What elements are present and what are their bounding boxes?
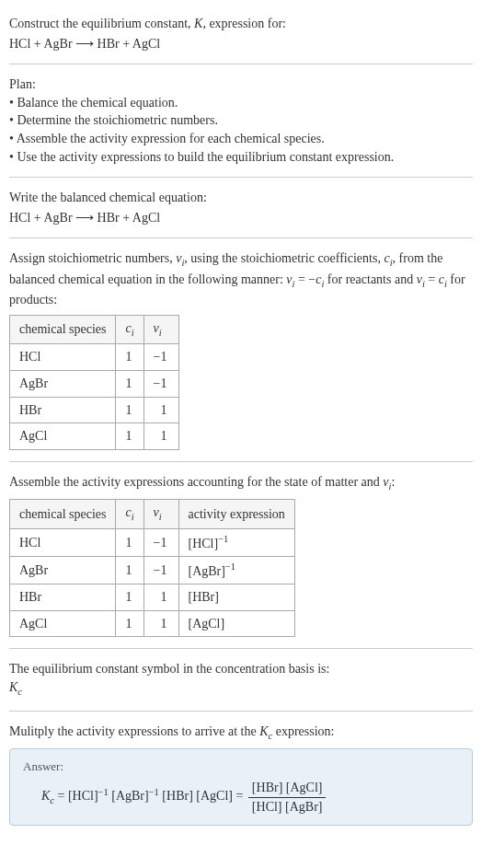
cell-activity: [AgBr]−1: [178, 556, 294, 584]
cell-ci: 1: [116, 584, 143, 611]
table-row: AgCl 1 1: [10, 423, 179, 450]
cell-vi: −1: [143, 344, 178, 371]
cell-ci: 1: [116, 397, 143, 423]
divider: [9, 237, 473, 238]
cell-species: HCl: [10, 528, 116, 556]
table-row: HBr 1 1 [HBr]: [10, 584, 295, 611]
cell-species: AgBr: [10, 370, 116, 397]
cell-vi: 1: [143, 397, 178, 423]
col-vi: νi: [143, 315, 178, 343]
cell-species: HBr: [10, 584, 116, 611]
prompt-text: Construct the equilibrium constant, K, e…: [9, 15, 473, 33]
activity-table: chemical species ci νi activity expressi…: [9, 499, 295, 637]
cell-vi: −1: [143, 370, 178, 397]
table-row: AgBr 1 −1: [10, 370, 179, 397]
kc-symbol: Kc: [9, 678, 473, 699]
cell-species: AgCl: [10, 610, 116, 637]
divider: [9, 648, 473, 649]
col-activity: activity expression: [178, 500, 294, 528]
cell-ci: 1: [116, 610, 143, 637]
col-ci: ci: [116, 315, 143, 343]
stoich-section: Assign stoichiometric numbers, νi, using…: [9, 242, 473, 457]
cell-activity: [HBr]: [178, 584, 294, 611]
cell-vi: −1: [143, 528, 178, 556]
header-section: Construct the equilibrium constant, K, e…: [9, 7, 473, 60]
plan-item: Determine the stoichiometric numbers.: [9, 111, 473, 130]
cell-ci: 1: [116, 370, 143, 397]
stoich-table: chemical species ci νi HCl 1 −1 AgBr 1 −…: [9, 315, 179, 450]
cell-ci: 1: [116, 344, 143, 371]
plan-item: Use the activity expressions to build th…: [9, 148, 473, 167]
plan-section: Plan: Balance the chemical equation. Det…: [9, 68, 473, 173]
symbol-section: The equilibrium constant symbol in the c…: [9, 653, 473, 706]
balanced-equation: HCl + AgBr ⟶ HBr + AgCl: [9, 209, 473, 227]
cell-activity: [HCl]−1: [178, 528, 294, 556]
divider: [9, 711, 473, 712]
table-row: AgCl 1 1 [AgCl]: [10, 610, 295, 637]
cell-vi: 1: [143, 423, 178, 450]
table-header-row: chemical species ci νi: [10, 315, 179, 343]
plan-item: Assemble the activity expression for eac…: [9, 130, 473, 148]
cell-ci: 1: [116, 423, 143, 450]
plan-title: Plan:: [9, 75, 473, 94]
table-header-row: chemical species ci νi activity expressi…: [10, 500, 295, 528]
cell-species: AgBr: [10, 556, 116, 584]
cell-vi: 1: [143, 610, 178, 637]
stoich-intro: Assign stoichiometric numbers, νi, using…: [9, 249, 473, 309]
header-equation: HCl + AgBr ⟶ HBr + AgCl: [9, 35, 473, 53]
col-species: chemical species: [10, 315, 116, 343]
cell-species: HBr: [10, 397, 116, 423]
cell-vi: −1: [143, 556, 178, 584]
divider: [9, 177, 473, 178]
prompt-prefix: Construct the equilibrium constant, K, e…: [9, 17, 286, 30]
table-row: AgBr 1 −1 [AgBr]−1: [10, 556, 295, 584]
cell-ci: 1: [116, 556, 143, 584]
plan-list: Balance the chemical equation. Determine…: [9, 94, 473, 166]
col-species: chemical species: [10, 500, 116, 528]
multiply-section: Mulitply the activity expressions to arr…: [9, 715, 473, 834]
col-vi: νi: [143, 500, 178, 528]
cell-species: AgCl: [10, 423, 116, 450]
cell-ci: 1: [116, 528, 143, 556]
cell-activity: [AgCl]: [178, 610, 294, 637]
balanced-title: Write the balanced chemical equation:: [9, 189, 473, 207]
table-row: HBr 1 1: [10, 397, 179, 423]
table-row: HCl 1 −1 [HCl]−1: [10, 528, 295, 556]
col-ci: ci: [116, 500, 143, 528]
cell-vi: 1: [143, 584, 178, 611]
table-row: HCl 1 −1: [10, 344, 179, 371]
answer-expression: Kc = [HCl]−1 [AgBr]−1 [HBr] [AgCl] = [HB…: [23, 779, 459, 816]
activity-section: Assemble the activity expressions accoun…: [9, 466, 473, 645]
answer-box: Answer: Kc = [HCl]−1 [AgBr]−1 [HBr] [AgC…: [9, 748, 473, 826]
multiply-title: Mulitply the activity expressions to arr…: [9, 723, 473, 743]
symbol-title: The equilibrium constant symbol in the c…: [9, 660, 473, 678]
answer-label: Answer:: [23, 758, 459, 775]
plan-item: Balance the chemical equation.: [9, 94, 473, 112]
divider: [9, 64, 473, 64]
cell-species: HCl: [10, 344, 116, 371]
balanced-section: Write the balanced chemical equation: HC…: [9, 181, 473, 234]
activity-intro: Assemble the activity expressions accoun…: [9, 473, 473, 493]
divider: [9, 461, 473, 462]
